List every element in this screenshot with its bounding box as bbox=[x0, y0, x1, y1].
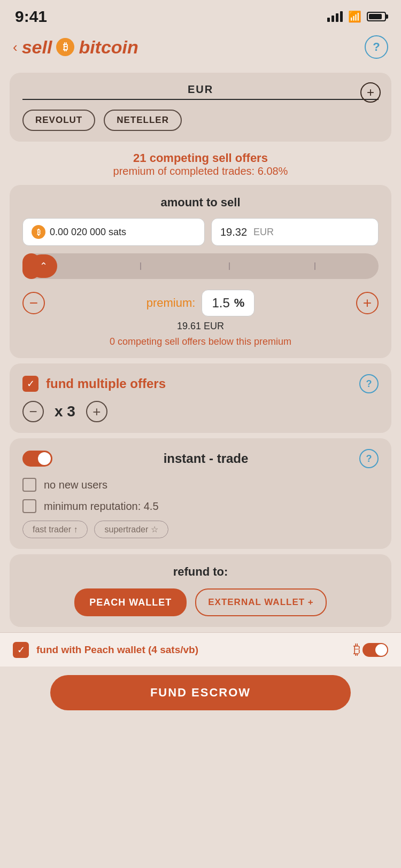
signal-icon bbox=[327, 11, 343, 22]
fund-bar-label: fund with Peach wallet (4 sats/vb) bbox=[36, 644, 198, 656]
premium-eur-value: 19.61 EUR bbox=[22, 321, 379, 332]
min-rep-row: minimum reputation: 4.5 bbox=[22, 499, 379, 513]
premium-minus-button[interactable]: − bbox=[22, 292, 45, 314]
fund-multiple-checkbox[interactable]: ✓ bbox=[22, 376, 38, 392]
fund-multiple-help-button[interactable]: ? bbox=[359, 374, 379, 393]
instant-trade-label: instant - trade bbox=[164, 451, 249, 466]
premium-label: premium: bbox=[146, 296, 196, 310]
back-button[interactable]: ‹ bbox=[13, 39, 18, 56]
supertrader-label: supertrader ☆ bbox=[104, 524, 158, 534]
premium-input[interactable]: 1.5 % bbox=[202, 290, 255, 316]
premium-plus-button[interactable]: + bbox=[356, 292, 379, 314]
eur-input[interactable]: 19.32 EUR bbox=[211, 218, 379, 246]
refund-title: refund to: bbox=[22, 565, 379, 579]
sats-input[interactable]: ₿ 0.00 020 000 sats bbox=[22, 218, 205, 246]
amount-card: amount to sell ₿ 0.00 020 000 sats 19.32… bbox=[10, 185, 391, 358]
fund-toggle[interactable] bbox=[363, 643, 388, 657]
chevron-up-icon: ⌃ bbox=[40, 260, 48, 272]
no-new-users-checkbox[interactable] bbox=[22, 478, 36, 492]
no-new-users-label: no new users bbox=[44, 479, 107, 491]
competing-title: 21 competing sell offers bbox=[10, 151, 391, 165]
slider-thumb[interactable]: ⌃ bbox=[29, 254, 57, 278]
amount-slider[interactable]: ⌃ bbox=[22, 253, 379, 279]
page-title: sell bbox=[22, 37, 52, 58]
premium-row: − premium: 1.5 % + bbox=[22, 290, 379, 316]
premium-percent: % bbox=[234, 296, 245, 310]
currency-label: EUR bbox=[22, 83, 379, 100]
wallet-buttons: PEACH WALLET EXTERNAL WALLET + bbox=[22, 588, 379, 616]
fund-bar-checkbox[interactable]: ✓ bbox=[13, 642, 29, 658]
fund-bar: ✓ fund with Peach wallet (4 sats/vb) ₿ bbox=[0, 632, 401, 666]
trader-badges: fast trader ↑ supertrader ☆ bbox=[22, 521, 379, 538]
fast-trader-badge: fast trader ↑ bbox=[22, 521, 88, 538]
wifi-icon: 📶 bbox=[348, 10, 361, 23]
slider-tick bbox=[140, 262, 141, 270]
competing-subtitle: premium of completed trades: 6.08% bbox=[10, 165, 391, 177]
currency-methods: REVOLUT NETELLER bbox=[22, 110, 379, 131]
no-new-users-row: no new users bbox=[22, 478, 379, 492]
status-time: 9:41 bbox=[15, 7, 47, 26]
fund-multiple-card: ✓ fund multiple offers ? − x 3 + bbox=[10, 363, 391, 433]
status-bar: 9:41 📶 bbox=[0, 0, 401, 31]
battery-icon bbox=[367, 12, 386, 21]
supertrader-badge: supertrader ☆ bbox=[94, 521, 168, 538]
multiplier-value: x 3 bbox=[55, 403, 75, 420]
competing-below: 0 competing sell offers below this premi… bbox=[22, 336, 379, 347]
fast-trader-label: fast trader ↑ bbox=[33, 525, 78, 534]
premium-value: 1.5 bbox=[212, 296, 229, 311]
fund-multiple-title: fund multiple offers bbox=[46, 376, 166, 391]
instant-trade-toggle[interactable] bbox=[22, 451, 52, 467]
btc-icon: ₿ bbox=[32, 225, 45, 239]
multiplier-plus-button[interactable]: + bbox=[86, 401, 107, 422]
instant-trade-card: instant - trade ? no new users minimum r… bbox=[10, 438, 391, 549]
peach-wallet-button[interactable]: PEACH WALLET bbox=[74, 588, 187, 616]
currency-card: EUR REVOLUT NETELLER + bbox=[10, 73, 391, 142]
add-currency-button[interactable]: + bbox=[360, 82, 381, 103]
eur-value: 19.32 bbox=[220, 226, 247, 238]
status-icons: 📶 bbox=[327, 10, 386, 23]
revolut-button[interactable]: REVOLUT bbox=[22, 110, 95, 131]
eur-label: EUR bbox=[253, 227, 274, 238]
instant-trade-help-button[interactable]: ? bbox=[359, 449, 379, 468]
help-button[interactable]: ? bbox=[365, 35, 388, 59]
sats-value: 0.00 020 000 sats bbox=[50, 227, 126, 238]
neteller-button[interactable]: NETELLER bbox=[104, 110, 182, 131]
amount-title: amount to sell bbox=[22, 196, 379, 210]
instant-trade-header: instant - trade ? bbox=[22, 449, 379, 468]
slider-tick bbox=[314, 262, 315, 270]
multiplier-minus-button[interactable]: − bbox=[22, 401, 44, 422]
slider-tick bbox=[229, 262, 230, 270]
fund-escrow-button[interactable]: FUND ESCROW bbox=[50, 675, 351, 710]
competing-section: 21 competing sell offers premium of comp… bbox=[0, 147, 401, 180]
fund-multiple-header: ✓ fund multiple offers ? bbox=[22, 374, 379, 393]
bitcoin-logo-icon: ₿ bbox=[56, 38, 74, 56]
nav-header: ‹ sell ₿ bitcoin ? bbox=[0, 31, 401, 67]
page-title-suffix: bitcoin bbox=[79, 37, 138, 58]
multiplier-row: − x 3 + bbox=[22, 401, 379, 422]
fund-escrow-section: FUND ESCROW bbox=[0, 666, 401, 732]
amount-inputs: ₿ 0.00 020 000 sats 19.32 EUR bbox=[22, 218, 379, 246]
min-rep-label: minimum reputation: 4.5 bbox=[44, 500, 159, 513]
btc-fund-icon: ₿ bbox=[353, 641, 360, 658]
external-wallet-button[interactable]: EXTERNAL WALLET + bbox=[195, 588, 327, 616]
min-rep-checkbox[interactable] bbox=[22, 499, 36, 513]
refund-card: refund to: PEACH WALLET EXTERNAL WALLET … bbox=[10, 554, 391, 627]
